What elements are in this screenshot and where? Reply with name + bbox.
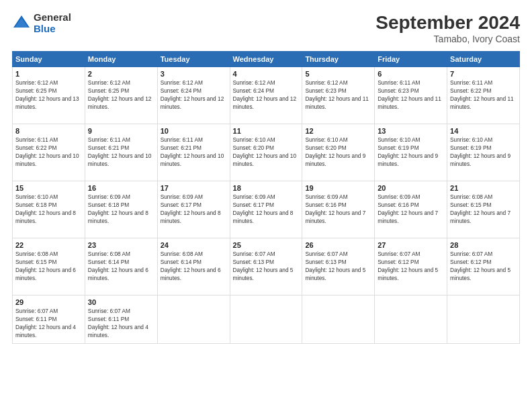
day-number: 13 (378, 127, 444, 135)
calendar-table: Sunday Monday Tuesday Wednesday Thursday… (12, 51, 520, 344)
table-row: 8Sunrise: 6:11 AMSunset: 6:22 PMDaylight… (13, 124, 85, 181)
day-info: Sunrise: 6:12 AMSunset: 6:24 PMDaylight:… (161, 79, 224, 110)
day-number: 14 (450, 127, 517, 135)
table-row: 12Sunrise: 6:10 AMSunset: 6:20 PMDayligh… (302, 124, 375, 181)
table-row: 22Sunrise: 6:08 AMSunset: 6:15 PMDayligh… (13, 238, 85, 295)
day-info: Sunrise: 6:09 AMSunset: 6:16 PMDaylight:… (378, 193, 438, 224)
calendar-week-row: 22Sunrise: 6:08 AMSunset: 6:15 PMDayligh… (13, 238, 520, 295)
day-info: Sunrise: 6:12 AMSunset: 6:23 PMDaylight:… (305, 79, 369, 110)
day-info: Sunrise: 6:07 AMSunset: 6:12 PMDaylight:… (378, 250, 438, 281)
day-info: Sunrise: 6:11 AMSunset: 6:22 PMDaylight:… (450, 79, 514, 110)
day-number: 16 (88, 184, 154, 192)
day-info: Sunrise: 6:11 AMSunset: 6:21 PMDaylight:… (88, 136, 152, 167)
day-number: 6 (378, 70, 444, 78)
day-info: Sunrise: 6:08 AMSunset: 6:15 PMDaylight:… (15, 250, 76, 281)
day-info: Sunrise: 6:07 AMSunset: 6:13 PMDaylight:… (233, 250, 294, 281)
logo-icon (12, 14, 31, 33)
col-sunday: Sunday (13, 52, 85, 67)
table-row: 17Sunrise: 6:09 AMSunset: 6:17 PMDayligh… (157, 181, 230, 238)
day-number: 26 (305, 241, 371, 249)
day-info: Sunrise: 6:07 AMSunset: 6:11 PMDaylight:… (15, 308, 76, 338)
table-row: 28Sunrise: 6:07 AMSunset: 6:12 PMDayligh… (447, 238, 520, 295)
day-number: 19 (305, 184, 371, 192)
day-number: 27 (378, 241, 444, 249)
day-number: 11 (233, 127, 300, 135)
day-info: Sunrise: 6:07 AMSunset: 6:13 PMDaylight:… (305, 250, 365, 281)
table-row: 1Sunrise: 6:12 AMSunset: 6:25 PMDaylight… (13, 67, 85, 124)
day-number: 23 (88, 241, 154, 249)
table-row (157, 295, 230, 344)
day-info: Sunrise: 6:10 AMSunset: 6:20 PMDaylight:… (233, 136, 297, 167)
table-row (375, 295, 447, 344)
day-number: 8 (15, 127, 82, 135)
day-info: Sunrise: 6:09 AMSunset: 6:16 PMDaylight:… (305, 193, 365, 224)
day-number: 15 (15, 184, 82, 192)
table-row: 27Sunrise: 6:07 AMSunset: 6:12 PMDayligh… (375, 238, 447, 295)
logo: General Blue (12, 12, 71, 34)
header: General Blue September 2024 Tamabo, Ivor… (12, 12, 520, 44)
table-row (230, 295, 302, 344)
day-number: 25 (233, 241, 300, 249)
day-info: Sunrise: 6:12 AMSunset: 6:25 PMDaylight:… (15, 79, 79, 110)
calendar-week-row: 15Sunrise: 6:10 AMSunset: 6:18 PMDayligh… (13, 181, 520, 238)
day-info: Sunrise: 6:10 AMSunset: 6:18 PMDaylight:… (15, 193, 76, 224)
month-title: September 2024 (375, 12, 520, 34)
day-info: Sunrise: 6:08 AMSunset: 6:14 PMDaylight:… (161, 250, 221, 281)
page: General Blue September 2024 Tamabo, Ivor… (0, 0, 532, 411)
table-row: 4Sunrise: 6:12 AMSunset: 6:24 PMDaylight… (230, 67, 302, 124)
table-row: 20Sunrise: 6:09 AMSunset: 6:16 PMDayligh… (375, 181, 447, 238)
table-row: 11Sunrise: 6:10 AMSunset: 6:20 PMDayligh… (230, 124, 302, 181)
day-info: Sunrise: 6:12 AMSunset: 6:25 PMDaylight:… (88, 79, 152, 110)
table-row: 16Sunrise: 6:09 AMSunset: 6:18 PMDayligh… (85, 181, 157, 238)
logo-general: General (34, 12, 71, 24)
table-row: 10Sunrise: 6:11 AMSunset: 6:21 PMDayligh… (157, 124, 230, 181)
calendar-header-row: Sunday Monday Tuesday Wednesday Thursday… (13, 52, 520, 67)
table-row: 2Sunrise: 6:12 AMSunset: 6:25 PMDaylight… (85, 67, 157, 124)
day-number: 10 (161, 127, 227, 135)
table-row: 30Sunrise: 6:07 AMSunset: 6:11 PMDayligh… (85, 295, 157, 344)
table-row: 29Sunrise: 6:07 AMSunset: 6:11 PMDayligh… (13, 295, 85, 344)
day-number: 20 (378, 184, 444, 192)
day-info: Sunrise: 6:08 AMSunset: 6:15 PMDaylight:… (450, 193, 511, 224)
calendar-week-row: 8Sunrise: 6:11 AMSunset: 6:22 PMDaylight… (13, 124, 520, 181)
day-number: 21 (450, 184, 517, 192)
col-monday: Monday (85, 52, 157, 67)
day-number: 5 (305, 70, 371, 78)
day-info: Sunrise: 6:12 AMSunset: 6:24 PMDaylight:… (233, 79, 297, 110)
day-number: 1 (15, 70, 82, 78)
col-wednesday: Wednesday (230, 52, 302, 67)
table-row: 3Sunrise: 6:12 AMSunset: 6:24 PMDaylight… (157, 67, 230, 124)
day-number: 3 (161, 70, 227, 78)
title-block: September 2024 Tamabo, Ivory Coast (375, 12, 520, 44)
table-row: 7Sunrise: 6:11 AMSunset: 6:22 PMDaylight… (447, 67, 520, 124)
day-info: Sunrise: 6:09 AMSunset: 6:17 PMDaylight:… (161, 193, 221, 224)
table-row: 13Sunrise: 6:10 AMSunset: 6:19 PMDayligh… (375, 124, 447, 181)
col-friday: Friday (375, 52, 447, 67)
day-number: 7 (450, 70, 517, 78)
day-number: 4 (233, 70, 300, 78)
day-info: Sunrise: 6:11 AMSunset: 6:21 PMDaylight:… (161, 136, 224, 167)
calendar-week-row: 29Sunrise: 6:07 AMSunset: 6:11 PMDayligh… (13, 295, 520, 344)
day-number: 17 (161, 184, 227, 192)
table-row (447, 295, 520, 344)
calendar-week-row: 1Sunrise: 6:12 AMSunset: 6:25 PMDaylight… (13, 67, 520, 124)
day-number: 9 (88, 127, 154, 135)
table-row: 19Sunrise: 6:09 AMSunset: 6:16 PMDayligh… (302, 181, 375, 238)
day-number: 28 (450, 241, 517, 249)
table-row: 25Sunrise: 6:07 AMSunset: 6:13 PMDayligh… (230, 238, 302, 295)
table-row: 14Sunrise: 6:10 AMSunset: 6:19 PMDayligh… (447, 124, 520, 181)
table-row: 24Sunrise: 6:08 AMSunset: 6:14 PMDayligh… (157, 238, 230, 295)
table-row: 15Sunrise: 6:10 AMSunset: 6:18 PMDayligh… (13, 181, 85, 238)
day-info: Sunrise: 6:10 AMSunset: 6:19 PMDaylight:… (378, 136, 438, 167)
day-info: Sunrise: 6:07 AMSunset: 6:11 PMDaylight:… (88, 308, 148, 338)
location: Tamabo, Ivory Coast (375, 34, 520, 44)
day-number: 29 (15, 298, 82, 306)
logo-blue: Blue (34, 24, 71, 35)
table-row: 9Sunrise: 6:11 AMSunset: 6:21 PMDaylight… (85, 124, 157, 181)
day-info: Sunrise: 6:10 AMSunset: 6:20 PMDaylight:… (305, 136, 365, 167)
day-number: 12 (305, 127, 371, 135)
table-row: 26Sunrise: 6:07 AMSunset: 6:13 PMDayligh… (302, 238, 375, 295)
col-thursday: Thursday (302, 52, 375, 67)
day-number: 22 (15, 241, 82, 249)
day-info: Sunrise: 6:09 AMSunset: 6:18 PMDaylight:… (88, 193, 148, 224)
